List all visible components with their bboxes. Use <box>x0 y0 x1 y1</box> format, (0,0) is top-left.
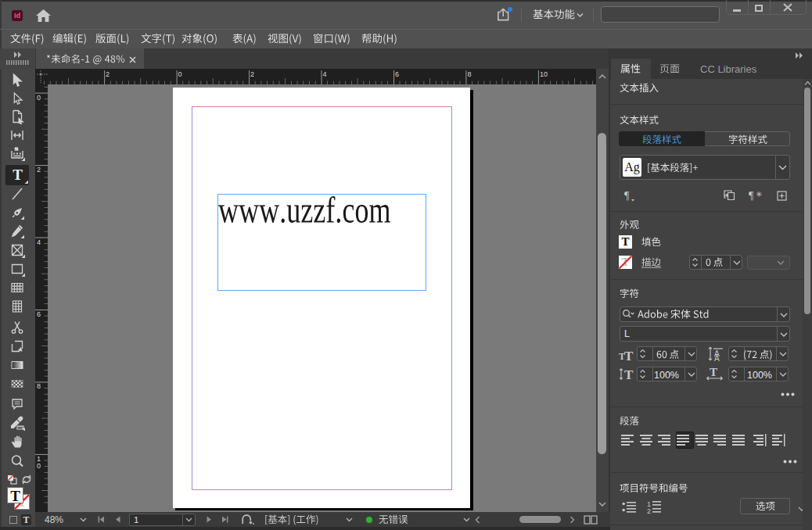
svg-text:8: 8 <box>467 70 471 78</box>
svg-text:4: 4 <box>37 238 41 246</box>
svg-text:0: 0 <box>178 70 182 78</box>
svg-text:A: A <box>714 354 720 361</box>
svg-text:¶: ¶ <box>624 190 630 202</box>
svg-text:6: 6 <box>395 70 399 78</box>
svg-text:¶: ¶ <box>749 190 754 202</box>
svg-text:T: T <box>624 367 634 381</box>
svg-text:2: 2 <box>37 166 41 174</box>
svg-text:2: 2 <box>250 70 254 78</box>
svg-text:2: 2 <box>106 70 110 78</box>
svg-text:8: 8 <box>37 382 41 390</box>
svg-text:10: 10 <box>540 70 548 78</box>
svg-text:T: T <box>710 367 717 378</box>
svg-text:6: 6 <box>37 310 41 318</box>
svg-text:T: T <box>624 349 634 361</box>
svg-text:4: 4 <box>323 70 327 78</box>
svg-text:0: 0 <box>37 462 41 470</box>
svg-text:✳: ✳ <box>756 190 762 199</box>
svg-text:2: 2 <box>647 507 651 514</box>
svg-text:0: 0 <box>37 94 41 102</box>
